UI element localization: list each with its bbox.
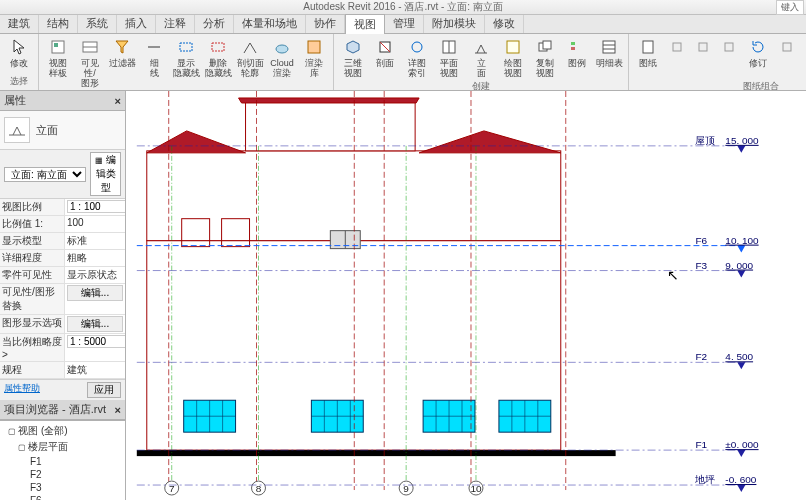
project-browser[interactable]: 视图 (全部) 楼层平面F1F2F3F6地坪屋顶三维视图{3D}{三维} (0, 420, 125, 500)
svg-text:9: 9 (403, 483, 409, 494)
ribbon-btn-rev[interactable]: 修订 (743, 36, 773, 69)
tree-root[interactable]: 视图 (全部) (4, 423, 121, 439)
ribbon-group-sheet: 图纸修订拼接视图视图参照图纸组合 (629, 34, 806, 90)
prop-edit-button[interactable]: 编辑... (67, 285, 123, 301)
prop-input[interactable] (67, 335, 125, 348)
svg-rect-23 (673, 43, 681, 51)
ribbon-btn-gallery[interactable]: 渲染库 (299, 36, 329, 79)
tree-node[interactable]: F3 (4, 481, 121, 494)
r1-icon (777, 37, 797, 57)
dup-icon (535, 37, 555, 57)
ribbon-btn-filter[interactable]: 过滤器 (107, 36, 137, 69)
tree-node[interactable]: F1 (4, 455, 121, 468)
ribbon-btn-r2[interactable] (801, 36, 806, 58)
ribbon-btn-del[interactable]: 删除隐藏线 (203, 36, 233, 79)
svg-rect-38 (147, 151, 561, 241)
ribbon-btn-r1[interactable] (775, 36, 799, 58)
tab-11[interactable]: 修改 (485, 14, 524, 33)
ribbon-btn-vis[interactable]: 可见性/图形 (75, 36, 105, 89)
svg-text:9. 000: 9. 000 (725, 260, 753, 271)
svg-rect-19 (603, 41, 615, 53)
svg-text:7: 7 (169, 483, 175, 494)
prop-row: 当比例粗略度> (0, 334, 125, 362)
ribbon-btn-legend[interactable]: 图例 (562, 36, 592, 69)
ribbon-btn-s1[interactable] (665, 36, 689, 58)
callout-icon (407, 37, 427, 57)
tab-8[interactable]: 视图 (345, 14, 385, 34)
ribbon-btn-sched[interactable]: 明细表 (594, 36, 624, 69)
svg-text:±0. 000: ±0. 000 (725, 439, 759, 450)
ribbon-btn-cloud[interactable]: Cloud渲染 (267, 36, 297, 79)
tab-9[interactable]: 管理 (385, 14, 424, 33)
tree-node[interactable]: F6 (4, 494, 121, 500)
plan-icon (439, 37, 459, 57)
tab-0[interactable]: 建筑 (0, 14, 39, 33)
modify-button[interactable]: 修改 (4, 36, 34, 69)
s2-icon (693, 37, 713, 57)
ribbon-btn-sheet[interactable]: 图纸 (633, 36, 663, 69)
ribbon-btn-3d[interactable]: 三维视图 (338, 36, 368, 79)
ribbon-group-select: 修改 选择 (0, 34, 39, 90)
title-bar: Autodesk Revit 2016 - 酒店.rvt - 立面: 南立面 键… (0, 0, 806, 15)
svg-point-7 (276, 45, 288, 53)
prop-edit-button[interactable]: 编辑... (67, 316, 123, 332)
help-box[interactable]: 键入 (776, 0, 804, 15)
legend-icon (567, 37, 587, 57)
drawing-canvas[interactable]: 78910 屋顶15. 000F610. 100F39. 000F24. 500… (126, 91, 806, 500)
close-icon[interactable]: × (115, 95, 121, 107)
vis-icon (80, 37, 100, 57)
tab-5[interactable]: 分析 (195, 14, 234, 33)
ribbon-tabs: 建筑结构系统插入注释分析体量和场地协作视图管理附加模块修改 (0, 15, 806, 34)
tree-node[interactable]: F2 (4, 468, 121, 481)
ribbon-btn-profile[interactable]: 剖切面轮廓 (235, 36, 265, 79)
s3-icon (719, 37, 739, 57)
ribbon-btn-draft[interactable]: 绘图视图 (498, 36, 528, 79)
tab-6[interactable]: 体量和场地 (234, 14, 306, 33)
cursor-icon (9, 37, 29, 57)
ribbon-btn-callout[interactable]: 详图索引 (402, 36, 432, 79)
del-icon (208, 37, 228, 57)
edit-type-button[interactable]: ▦ 编辑类型 (90, 152, 121, 196)
svg-rect-16 (543, 41, 551, 49)
svg-text:8: 8 (256, 483, 262, 494)
type-dropdown[interactable]: 立面: 南立面 (4, 167, 86, 182)
prop-row: 比例值 1:100 (0, 216, 125, 233)
ribbon-btn-s3[interactable] (717, 36, 741, 58)
prop-row: 视图比例 (0, 199, 125, 216)
ribbon-btn-tmpl[interactable]: 视图样板 (43, 36, 73, 79)
properties-grid: 视图比例比例值 1:100显示模型标准详细程度粗略零件可见性显示原状态可见性/图… (0, 199, 125, 379)
svg-text:屋顶: 屋顶 (695, 135, 715, 146)
ribbon-btn-elev[interactable]: 立面 (466, 36, 496, 79)
tree-node[interactable]: 楼层平面 (4, 439, 121, 455)
prop-row: 详细程度粗略 (0, 250, 125, 267)
apply-button[interactable]: 应用 (87, 382, 121, 398)
draft-icon (503, 37, 523, 57)
tab-2[interactable]: 系统 (78, 14, 117, 33)
svg-text:10. 100: 10. 100 (725, 235, 759, 246)
ribbon-btn-plan[interactable]: 平面视图 (434, 36, 464, 79)
section-icon (375, 37, 395, 57)
prop-row: 规程建筑 (0, 362, 125, 379)
prop-input[interactable] (67, 200, 125, 213)
tab-10[interactable]: 附加模块 (424, 14, 485, 33)
tab-4[interactable]: 注释 (156, 14, 195, 33)
props-help-link[interactable]: 属性帮助 (4, 382, 87, 398)
svg-text:15. 000: 15. 000 (725, 135, 759, 146)
elevation-icon (4, 117, 30, 143)
tab-1[interactable]: 结构 (39, 14, 78, 33)
svg-marker-41 (239, 98, 420, 103)
app-title: Autodesk Revit 2016 - 酒店.rvt - 立面: 南立面 (303, 0, 503, 14)
ribbon-btn-section[interactable]: 剖面 (370, 36, 400, 69)
tab-7[interactable]: 协作 (306, 14, 345, 33)
thin-icon (144, 37, 164, 57)
ribbon-btn-show[interactable]: 显示隐藏线 (171, 36, 201, 79)
ribbon-btn-thin[interactable]: 细线 (139, 36, 169, 79)
tab-3[interactable]: 插入 (117, 14, 156, 33)
ribbon-btn-s2[interactable] (691, 36, 715, 58)
ribbon-btn-dup[interactable]: 复制视图 (530, 36, 560, 79)
properties-type-selector[interactable]: 立面 (0, 111, 125, 150)
close-icon[interactable]: × (115, 404, 121, 416)
elev-icon (471, 37, 491, 57)
sidebar: 属性× 立面 立面: 南立面 ▦ 编辑类型 视图比例比例值 1:100显示模型标… (0, 91, 126, 500)
svg-marker-40 (147, 131, 246, 153)
